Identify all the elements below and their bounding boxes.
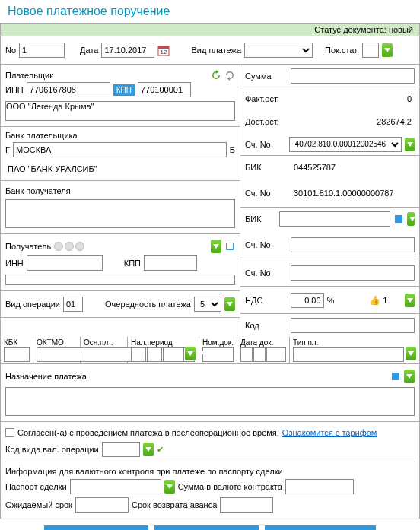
priority-select[interactable]: 5 — [194, 297, 221, 312]
nalper-input-3[interactable] — [163, 347, 184, 362]
valop-arrow-icon[interactable] — [143, 443, 154, 456]
sch2-value: 30101.810.1.00000000787 — [291, 189, 415, 198]
recipient-bank-title: Банк получателя — [5, 186, 235, 195]
bik2-label: БИК — [245, 214, 276, 224]
passport-arrow-icon[interactable] — [164, 480, 175, 494]
send-button[interactable]: Отправить документ — [154, 525, 259, 530]
sch4-label: Сч. No — [245, 268, 288, 278]
svg-rect-6 — [392, 373, 399, 380]
datadok-input-3[interactable] — [266, 347, 286, 362]
nds-arrow-icon[interactable] — [405, 294, 415, 307]
calendar-icon[interactable]: 12 — [158, 44, 170, 56]
save-button[interactable]: Сохранить документ — [44, 525, 148, 530]
date-label: Дата — [80, 46, 98, 55]
city-suffix: Б — [230, 145, 235, 154]
recipient-kpp-label: КПП — [124, 259, 141, 268]
sch4-input[interactable] — [291, 265, 415, 281]
sch3-input[interactable] — [291, 237, 415, 252]
no-label: No — [5, 46, 16, 55]
purpose-book-icon[interactable] — [390, 371, 401, 382]
bik-arrow-icon[interactable] — [407, 212, 415, 226]
pokstat-dropdown-icon[interactable] — [382, 43, 393, 57]
bik-book-icon[interactable] — [393, 214, 404, 224]
purpose-arrow-icon[interactable] — [404, 370, 415, 383]
nalper-label: Нал.период — [131, 338, 196, 347]
bik-label: БИК — [245, 163, 288, 172]
sch-select[interactable]: 40702.810.0.00012002546 — [289, 137, 402, 152]
consent-checkbox[interactable] — [5, 428, 14, 437]
payer-name-input[interactable]: ООО "Легенда Крыма" — [5, 101, 235, 121]
datadok-input-1[interactable] — [240, 347, 253, 362]
sch3-label: Сч. No — [245, 240, 288, 249]
tippl-input[interactable] — [293, 347, 404, 362]
nds-input[interactable] — [291, 293, 324, 308]
valop-input[interactable] — [102, 442, 140, 457]
svg-rect-4 — [227, 243, 233, 249]
dost-label: Дост.ост. — [245, 117, 288, 126]
sch2-label: Сч. No — [245, 189, 288, 198]
payer-bank-title: Банк плательщика — [5, 131, 235, 140]
dost-value: 282674.2 — [291, 117, 415, 126]
nds-label: НДС — [245, 296, 285, 305]
recipient-inn-input[interactable] — [27, 255, 103, 271]
sum-label: Сумма — [245, 71, 288, 81]
kbk-input[interactable] — [4, 347, 30, 362]
thumb-up-icon[interactable]: 👍 — [369, 295, 380, 306]
nalper-arrow-icon[interactable] — [185, 347, 196, 360]
nomdok-input[interactable] — [202, 347, 234, 362]
pokstat-input[interactable] — [362, 43, 379, 58]
kod-label: Код — [245, 321, 288, 330]
nomdok-label: Ном.док. — [202, 338, 234, 347]
nds-thumb-val: 1 — [383, 296, 387, 305]
date-input[interactable] — [101, 43, 154, 58]
sum-input[interactable] — [291, 68, 415, 84]
kod-input[interactable] — [291, 318, 415, 333]
status-dots — [54, 242, 84, 251]
datadok-label: Дата док. — [240, 338, 286, 347]
payer-bank-name — [5, 161, 235, 176]
purpose-input[interactable] — [5, 387, 415, 416]
kbk-label: КБК — [4, 338, 30, 347]
return-label: Срок возврата аванса — [132, 500, 217, 509]
osn-label: Осн.плт. — [84, 338, 124, 347]
sch-arrow-icon[interactable] — [405, 138, 415, 151]
city-input[interactable] — [13, 142, 227, 157]
tippl-arrow-icon[interactable] — [406, 347, 416, 360]
print-button[interactable]: Распечатать документ — [265, 525, 376, 530]
recipient-dropdown-icon[interactable] — [211, 240, 221, 253]
tariff-link[interactable]: Ознакомится с тарифом — [282, 428, 377, 437]
nalper-input-1[interactable] — [131, 347, 146, 362]
optype-input[interactable] — [63, 297, 83, 312]
book-icon[interactable] — [224, 241, 235, 252]
sch-label: Сч. No — [245, 140, 286, 149]
recipient-name-input[interactable] — [5, 275, 235, 285]
bik2-input[interactable] — [279, 211, 390, 227]
oktmo-label: ОКТМО — [37, 338, 77, 347]
payer-kpp-input[interactable] — [138, 82, 191, 97]
valsum-label: Сумма в валюте контракта — [178, 482, 282, 491]
paytype-select[interactable] — [244, 43, 313, 58]
expected-input[interactable] — [75, 497, 129, 513]
kpp-badge[interactable]: КПП — [113, 84, 135, 96]
priority-label: Очередность платежа — [105, 300, 191, 309]
recipient-kpp-input[interactable] — [144, 255, 197, 271]
optype-label: Вид операции — [5, 300, 60, 309]
refresh-icon-2[interactable] — [224, 70, 235, 81]
valop-check-icon[interactable]: ✔ — [157, 445, 164, 455]
priority-arrow-icon[interactable] — [224, 297, 235, 311]
return-input[interactable] — [220, 497, 273, 513]
recipient-bank-input[interactable] — [5, 199, 235, 228]
inn-label: ИНН — [5, 85, 24, 94]
svg-rect-5 — [395, 215, 402, 223]
no-input[interactable] — [19, 43, 65, 58]
valsum-input[interactable] — [285, 479, 354, 494]
purpose-label: Назначение платежа — [5, 372, 387, 381]
paytype-label: Вид платежа — [191, 46, 241, 55]
datadok-input-2[interactable] — [253, 347, 266, 362]
svg-text:12: 12 — [161, 49, 167, 56]
passport-label: Паспорт сделки — [5, 482, 67, 491]
payer-inn-input[interactable] — [27, 82, 110, 97]
refresh-icon[interactable] — [211, 70, 221, 81]
recipient-title: Получатель — [5, 242, 51, 251]
passport-input[interactable] — [70, 479, 161, 494]
